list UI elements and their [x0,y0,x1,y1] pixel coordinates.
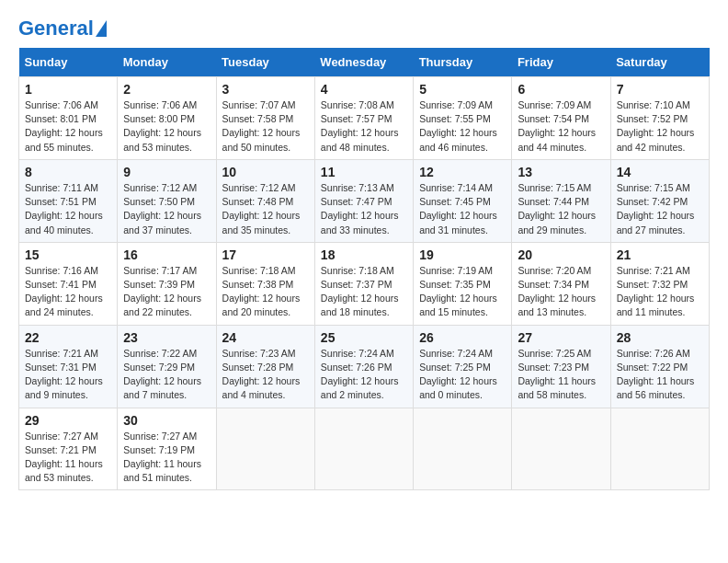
day-number: 12 [419,165,506,179]
table-row: 9 Sunrise: 7:12 AMSunset: 7:50 PMDayligh… [118,159,216,242]
table-row: 25 Sunrise: 7:24 AMSunset: 7:26 PMDaylig… [314,325,413,408]
table-row: 20 Sunrise: 7:20 AMSunset: 7:34 PMDaylig… [512,242,610,325]
table-row [414,408,512,490]
day-number: 22 [25,330,111,345]
day-info: Sunrise: 7:22 AMSunset: 7:29 PMDaylight:… [123,347,210,403]
table-row: 14 Sunrise: 7:15 AMSunset: 7:42 PMDaylig… [610,159,709,242]
day-info: Sunrise: 7:06 AMSunset: 8:00 PMDaylight:… [123,98,210,155]
header-monday: Monday [118,48,216,77]
day-number: 3 [222,82,309,97]
day-info: Sunrise: 7:18 AMSunset: 7:37 PMDaylight:… [321,264,407,320]
day-info: Sunrise: 7:27 AMSunset: 7:19 PMDaylight:… [123,430,210,486]
table-row: 4 Sunrise: 7:08 AMSunset: 7:57 PMDayligh… [314,77,413,160]
day-number: 17 [222,247,309,262]
calendar-week-row: 8 Sunrise: 7:11 AMSunset: 7:51 PMDayligh… [19,159,710,242]
table-row: 11 Sunrise: 7:13 AMSunset: 7:47 PMDaylig… [314,159,413,242]
day-info: Sunrise: 7:25 AMSunset: 7:23 PMDaylight:… [518,347,604,403]
calendar-week-row: 15 Sunrise: 7:16 AMSunset: 7:41 PMDaylig… [19,242,710,325]
table-row: 29 Sunrise: 7:27 AMSunset: 7:21 PMDaylig… [19,408,118,490]
table-row: 15 Sunrise: 7:16 AMSunset: 7:41 PMDaylig… [19,242,118,325]
table-row: 26 Sunrise: 7:24 AMSunset: 7:25 PMDaylig… [414,325,512,408]
table-row: 7 Sunrise: 7:10 AMSunset: 7:52 PMDayligh… [610,77,709,160]
table-row: 13 Sunrise: 7:15 AMSunset: 7:44 PMDaylig… [512,159,610,242]
day-info: Sunrise: 7:11 AMSunset: 7:51 PMDaylight:… [25,181,111,237]
day-number: 23 [123,330,210,345]
day-info: Sunrise: 7:09 AMSunset: 7:54 PMDaylight:… [518,98,604,155]
logo-arrow-icon [96,20,107,37]
table-row: 19 Sunrise: 7:19 AMSunset: 7:35 PMDaylig… [414,242,512,325]
day-number: 7 [617,82,703,97]
day-info: Sunrise: 7:10 AMSunset: 7:52 PMDaylight:… [617,98,703,155]
day-number: 1 [25,82,111,97]
table-row: 3 Sunrise: 7:07 AMSunset: 7:58 PMDayligh… [216,77,314,160]
table-row [216,408,314,490]
table-row [610,408,709,490]
day-number: 13 [518,165,604,179]
day-info: Sunrise: 7:12 AMSunset: 7:50 PMDaylight:… [123,181,210,237]
day-info: Sunrise: 7:08 AMSunset: 7:57 PMDaylight:… [321,98,407,155]
table-row: 27 Sunrise: 7:25 AMSunset: 7:23 PMDaylig… [512,325,610,408]
table-row: 10 Sunrise: 7:12 AMSunset: 7:48 PMDaylig… [216,159,314,242]
table-row: 1 Sunrise: 7:06 AMSunset: 8:01 PMDayligh… [19,77,118,160]
day-number: 9 [123,165,210,179]
table-row: 18 Sunrise: 7:18 AMSunset: 7:37 PMDaylig… [314,242,413,325]
day-number: 26 [419,330,506,345]
logo: General [18,18,107,39]
day-number: 18 [321,247,407,262]
day-info: Sunrise: 7:24 AMSunset: 7:25 PMDaylight:… [419,347,506,403]
calendar-header-row: SundayMondayTuesdayWednesdayThursdayFrid… [19,48,710,77]
day-number: 2 [123,82,210,97]
header-tuesday: Tuesday [216,48,314,77]
day-info: Sunrise: 7:26 AMSunset: 7:22 PMDaylight:… [617,347,703,403]
day-info: Sunrise: 7:23 AMSunset: 7:28 PMDaylight:… [222,347,309,403]
day-info: Sunrise: 7:07 AMSunset: 7:58 PMDaylight:… [222,98,309,155]
day-number: 20 [518,247,604,262]
page-header: General [18,18,710,39]
day-number: 15 [25,247,111,262]
table-row: 8 Sunrise: 7:11 AMSunset: 7:51 PMDayligh… [19,159,118,242]
day-number: 24 [222,330,309,345]
day-number: 14 [617,165,703,179]
day-info: Sunrise: 7:19 AMSunset: 7:35 PMDaylight:… [419,264,506,320]
table-row: 2 Sunrise: 7:06 AMSunset: 8:00 PMDayligh… [118,77,216,160]
day-info: Sunrise: 7:20 AMSunset: 7:34 PMDaylight:… [518,264,604,320]
header-saturday: Saturday [610,48,709,77]
day-number: 30 [123,413,210,428]
table-row: 28 Sunrise: 7:26 AMSunset: 7:22 PMDaylig… [610,325,709,408]
table-row: 16 Sunrise: 7:17 AMSunset: 7:39 PMDaylig… [118,242,216,325]
table-row: 21 Sunrise: 7:21 AMSunset: 7:32 PMDaylig… [610,242,709,325]
table-row: 24 Sunrise: 7:23 AMSunset: 7:28 PMDaylig… [216,325,314,408]
day-number: 6 [518,82,604,97]
day-number: 4 [321,82,407,97]
day-info: Sunrise: 7:24 AMSunset: 7:26 PMDaylight:… [321,347,407,403]
header-friday: Friday [512,48,610,77]
table-row: 6 Sunrise: 7:09 AMSunset: 7:54 PMDayligh… [512,77,610,160]
header-wednesday: Wednesday [314,48,413,77]
calendar-week-row: 1 Sunrise: 7:06 AMSunset: 8:01 PMDayligh… [19,77,710,160]
day-info: Sunrise: 7:17 AMSunset: 7:39 PMDaylight:… [123,264,210,320]
table-row: 17 Sunrise: 7:18 AMSunset: 7:38 PMDaylig… [216,242,314,325]
calendar-week-row: 29 Sunrise: 7:27 AMSunset: 7:21 PMDaylig… [19,408,710,490]
day-info: Sunrise: 7:18 AMSunset: 7:38 PMDaylight:… [222,264,309,320]
table-row [512,408,610,490]
day-info: Sunrise: 7:16 AMSunset: 7:41 PMDaylight:… [25,264,111,320]
day-number: 5 [419,82,506,97]
day-number: 16 [123,247,210,262]
day-number: 29 [25,413,111,428]
table-row: 23 Sunrise: 7:22 AMSunset: 7:29 PMDaylig… [118,325,216,408]
day-info: Sunrise: 7:27 AMSunset: 7:21 PMDaylight:… [25,430,111,486]
table-row: 12 Sunrise: 7:14 AMSunset: 7:45 PMDaylig… [414,159,512,242]
calendar-week-row: 22 Sunrise: 7:21 AMSunset: 7:31 PMDaylig… [19,325,710,408]
day-number: 28 [617,330,703,345]
day-info: Sunrise: 7:09 AMSunset: 7:55 PMDaylight:… [419,98,506,155]
day-number: 8 [25,165,111,179]
day-info: Sunrise: 7:15 AMSunset: 7:42 PMDaylight:… [617,181,703,237]
day-number: 11 [321,165,407,179]
day-info: Sunrise: 7:13 AMSunset: 7:47 PMDaylight:… [321,181,407,237]
table-row [314,408,413,490]
day-number: 27 [518,330,604,345]
day-number: 10 [222,165,309,179]
logo-text: General [18,18,94,39]
header-thursday: Thursday [414,48,512,77]
day-info: Sunrise: 7:14 AMSunset: 7:45 PMDaylight:… [419,181,506,237]
